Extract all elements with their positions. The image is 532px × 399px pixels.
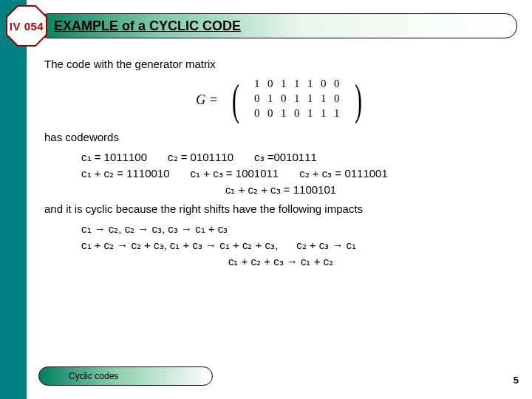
matrix-label: G =: [196, 92, 218, 108]
codeword-c1c3: c₁ + c₃ = 1001011: [191, 167, 279, 180]
matrix-cell: 0: [330, 78, 344, 92]
matrix-cell: 0: [250, 92, 264, 107]
matrix-cell: 1: [304, 78, 317, 92]
shifts-row-2a: c₁ + c₂ → c₂ + c₃, c₁ + c₃ → c₁ + c₂ + c…: [81, 239, 278, 251]
matrix-cell: 1: [250, 78, 264, 92]
matrix-cell: 1: [290, 78, 304, 92]
codeword-c1: c₁ = 1011100: [81, 151, 147, 164]
matrix-cell: 0: [264, 107, 277, 122]
codewords-block: c₁ = 1011100 c₂ = 0101110 c₃ =0010111 c₁…: [81, 151, 517, 180]
shifts-row-3: c₁ + c₂ + c₃ → c₁ + c₂: [44, 255, 517, 268]
footer-label: Cyclic codes: [69, 371, 118, 381]
intro-text: The code with the generator matrix: [44, 58, 517, 70]
codewords-row-2: c₁ + c₂ = 1110010 c₁ + c₃ = 1001011 c₂ +…: [81, 167, 517, 180]
matrix-cell: 1: [330, 107, 344, 122]
shifts-block: c₁ → c₂, c₂ → c₃, c₃ → c₁ + c₃ c₁ + c₂ →…: [81, 222, 517, 252]
matrix-cell: 0: [330, 92, 344, 107]
codewords-row-3: c₁ + c₂ + c₃ = 1100101: [44, 183, 517, 197]
matrix-cell: 1: [277, 107, 290, 122]
shifts-row-2: c₁ + c₂ → c₂ + c₃, c₁ + c₃ → c₁ + c₂ + c…: [81, 239, 517, 252]
matrix-cell: 1: [304, 107, 317, 122]
matrix-cell: 1: [277, 78, 290, 92]
codeword-c3: c₃ =0010111: [254, 151, 317, 164]
title-band: EXAMPLE of a CYCLIC CODE: [37, 13, 517, 38]
matrix-cell: 1: [264, 92, 277, 107]
footer-band: Cyclic codes: [38, 366, 213, 386]
matrix-cell: 0: [264, 78, 277, 92]
matrix-cell: 1: [317, 92, 330, 107]
shifts-row-2b: c₂ + c₃ → c₁: [296, 239, 356, 251]
slide-title: EXAMPLE of a CYCLIC CODE: [54, 18, 241, 34]
slide-content: The code with the generator matrix G = (…: [44, 52, 517, 271]
matrix-cell: 0: [317, 78, 330, 92]
codeword-c2: c₂ = 0101110: [168, 151, 233, 164]
has-codewords-text: has codewords: [44, 131, 517, 143]
generator-matrix: G = ( 1 0 1 1 1 0 0 0 1 0 1 1 1 0 0 0 1 …: [44, 78, 517, 122]
codewords-row-1: c₁ = 1011100 c₂ = 0101110 c₃ =0010111: [81, 151, 517, 164]
matrix-cell: 0: [290, 107, 304, 122]
codeword-c2c3: c₂ + c₃ = 0111001: [299, 167, 388, 180]
matrix-grid: 1 0 1 1 1 0 0 0 1 0 1 1 1 0 0 0 1 0 1 1: [250, 78, 344, 122]
left-paren-icon: (: [232, 78, 239, 122]
page-number: 5: [514, 375, 519, 386]
cyclic-text: and it is cyclic because the right shift…: [44, 202, 517, 215]
codeword-c1c2: c₁ + c₂ = 1110010: [81, 167, 170, 180]
matrix-cell: 0: [250, 107, 264, 122]
matrix-cell: 1: [304, 92, 317, 107]
matrix-cell: 0: [277, 92, 290, 107]
matrix-cell: 1: [290, 92, 304, 107]
matrix-cell: 1: [317, 107, 330, 122]
slide-badge: IV 054: [5, 4, 48, 47]
badge-label: IV 054: [10, 20, 44, 33]
right-paren-icon: ): [355, 78, 362, 122]
shifts-row-1: c₁ → c₂, c₂ → c₃, c₃ → c₁ + c₃: [81, 222, 517, 236]
left-accent-bar: [0, 0, 27, 399]
